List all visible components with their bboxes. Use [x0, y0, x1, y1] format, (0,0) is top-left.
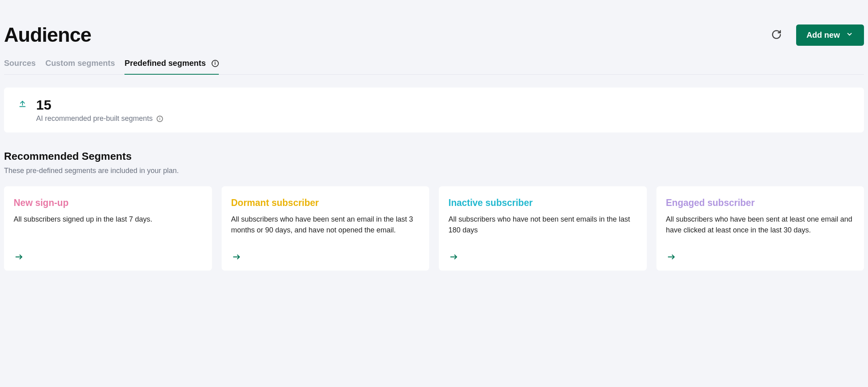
add-new-label: Add new [807, 31, 840, 40]
segment-card-title: New sign-up [14, 198, 202, 208]
segment-card-desc: All subscribers who have been sent at le… [666, 214, 855, 246]
segment-card-title: Engaged subscriber [666, 198, 855, 208]
info-icon[interactable]: i [212, 60, 219, 67]
page-title: Audience [4, 23, 91, 47]
info-icon[interactable]: i [157, 116, 163, 122]
segment-card-desc: All subscribers who have not been sent e… [448, 214, 637, 246]
stats-label-row: AI recommended pre-built segments i [36, 114, 163, 123]
segment-card-inactive-subscriber[interactable]: Inactive subscriber All subscribers who … [439, 186, 647, 271]
refresh-icon [771, 29, 782, 41]
segment-card-desc: All subscribers who have been sent an em… [231, 214, 420, 246]
header-actions: Add new [769, 24, 864, 46]
segment-card-dormant-subscriber[interactable]: Dormant subscriber All subscribers who h… [222, 186, 430, 271]
stats-label: AI recommended pre-built segments [36, 114, 153, 123]
segment-cards-row: New sign-up All subscribers signed up in… [4, 186, 864, 271]
tab-label: Sources [4, 59, 36, 68]
tab-sources[interactable]: Sources [4, 59, 36, 74]
tab-label: Predefined segments [124, 59, 206, 68]
stats-value: 15 [36, 97, 163, 113]
segment-card-title: Dormant subscriber [231, 198, 420, 208]
chevron-down-icon [846, 30, 854, 40]
tab-label: Custom segments [45, 59, 115, 68]
arrow-right-icon [448, 253, 637, 263]
segment-card-title: Inactive subscriber [448, 198, 637, 208]
upload-icon [18, 100, 26, 109]
segment-card-new-sign-up[interactable]: New sign-up All subscribers signed up in… [4, 186, 212, 271]
arrow-right-icon [231, 253, 420, 263]
page-header: Audience Add new [4, 4, 864, 59]
segment-card-desc: All subscribers signed up in the last 7 … [14, 214, 202, 246]
tab-predefined-segments[interactable]: Predefined segments i [124, 59, 218, 74]
tabs: Sources Custom segments Predefined segme… [4, 59, 864, 75]
arrow-right-icon [14, 253, 202, 263]
segment-card-engaged-subscriber[interactable]: Engaged subscriber All subscribers who h… [656, 186, 864, 271]
add-new-button[interactable]: Add new [796, 24, 864, 46]
stats-content: 15 AI recommended pre-built segments i [36, 97, 163, 123]
refresh-button[interactable] [769, 27, 784, 43]
recommended-subtitle: These pre-defined segments are included … [4, 167, 864, 175]
recommended-title: Recommended Segments [4, 150, 864, 163]
tab-custom-segments[interactable]: Custom segments [45, 59, 115, 74]
stats-card: 15 AI recommended pre-built segments i [4, 88, 864, 132]
arrow-right-icon [666, 253, 855, 263]
